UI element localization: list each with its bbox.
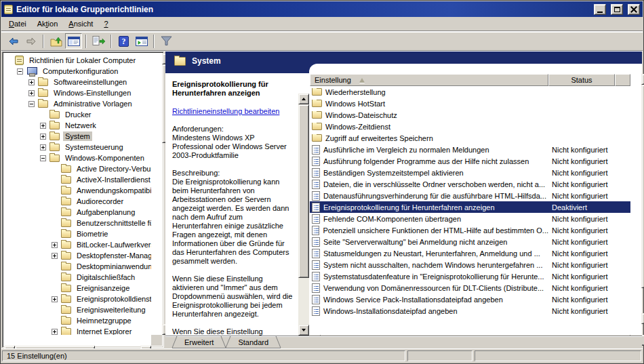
tree-item-label[interactable]: Administrative Vorlagen: [52, 99, 134, 108]
up-one-level-button[interactable]: [47, 33, 64, 49]
scroll-down-button[interactable]: [641, 313, 644, 324]
tree-item-label[interactable]: Systemsteuerung: [63, 142, 125, 152]
menu-item[interactable]: Aktion: [32, 18, 64, 30]
tree-item-label[interactable]: Windows-Einstellungen: [52, 88, 133, 98]
tree-item[interactable]: Windows-Komponenten: [4, 153, 151, 163]
tree-item-label[interactable]: Softwareeinstellungen: [52, 77, 129, 87]
list-row[interactable]: Wiederherstellung: [310, 86, 630, 98]
list-row[interactable]: Ereignisprotokollierung für Herunterfahr…: [310, 201, 630, 213]
tab[interactable]: Standard: [226, 336, 281, 348]
tree-item[interactable]: Systemsteuerung: [4, 142, 151, 153]
expand-toggle-icon[interactable]: [40, 123, 46, 129]
tree-item-label[interactable]: Active Directory-Verbun: [75, 164, 151, 174]
tree-item-label[interactable]: Audiorecorder: [75, 197, 125, 206]
expand-toggle-icon[interactable]: [40, 144, 46, 150]
tree-item-label[interactable]: BitLocker-Laufwerkverso: [75, 240, 151, 249]
tree-item-label[interactable]: Anwendungskompatibilit: [75, 186, 151, 195]
tree-item[interactable]: BitLocker-Laufwerkverso: [4, 239, 151, 250]
tree-item[interactable]: Ereignisprotokolldienst: [4, 294, 151, 304]
list-row[interactable]: Statusmeldungen zu Neustart, Herunterfah…: [310, 247, 630, 259]
tree-item-label[interactable]: Aufgabenplanung: [75, 207, 137, 217]
tab[interactable]: Erweitert: [172, 336, 226, 348]
list-row[interactable]: Zugriff auf erweitertes Speichern: [310, 132, 630, 144]
list-row[interactable]: Ausführliche im Vergleich zu normalen Me…: [310, 144, 630, 155]
tree-item[interactable]: Administrative Vorlagen: [4, 98, 151, 109]
column-header-status[interactable]: Status: [548, 74, 615, 86]
tree-item-label[interactable]: Heimnetzgruppe: [75, 316, 134, 325]
tree-item-label[interactable]: Desktopfenster-Manage: [75, 251, 151, 260]
tree-item[interactable]: Desktopfenster-Manage: [4, 250, 151, 261]
list-row[interactable]: Beständigen Systemzeitstempel aktivieren…: [310, 167, 630, 178]
tree-item[interactable]: Aufgabenplanung: [4, 207, 151, 218]
tree-item-label[interactable]: Ereignisanzeige: [75, 283, 132, 293]
scroll-down-button[interactable]: [298, 325, 309, 336]
scroll-up-button[interactable]: [298, 94, 309, 104]
tree-item-label[interactable]: Internet Explorer: [75, 327, 134, 335]
tree-item[interactable]: Richtlinien für Lokaler Computer: [4, 55, 151, 66]
edit-policy-link[interactable]: Richtlinieneinstellung bearbeiten: [172, 107, 279, 116]
list-row[interactable]: Systemstatusdatenfeature in "Ereignispro…: [310, 270, 630, 282]
list-row[interactable]: Datenausführungsverhinderung für die aus…: [310, 190, 630, 201]
tree-item[interactable]: Biometrie: [4, 228, 151, 239]
list-row[interactable]: Windows HotStart: [310, 98, 630, 109]
tree-item-label[interactable]: Desktopminianwendunge: [75, 262, 151, 271]
tree-item[interactable]: Audiorecorder: [4, 196, 151, 207]
list-row[interactable]: Windows Service Pack-Installationsdateip…: [310, 294, 630, 305]
tree-item-label[interactable]: System: [63, 132, 92, 141]
scrollbar-thumb[interactable]: [641, 85, 644, 288]
tree-item[interactable]: Ereignisweiterleitung: [4, 304, 151, 315]
list-row[interactable]: Ausführung folgender Programme aus der H…: [310, 155, 630, 167]
minimize-button[interactable]: [594, 4, 606, 15]
tree-item-label[interactable]: Drucker: [63, 110, 94, 119]
menu-item[interactable]: Ansicht: [63, 18, 98, 30]
tree-item[interactable]: Internet Explorer: [4, 326, 151, 335]
list-row[interactable]: System nicht ausschalten, nachdem Window…: [310, 259, 630, 270]
list-row[interactable]: Dateien, die in verschlüsselte Ordner ve…: [310, 178, 630, 190]
console-tree-toggle-button[interactable]: [65, 33, 82, 49]
show-policy-window-button[interactable]: [133, 33, 150, 49]
maximize-button[interactable]: [611, 4, 623, 15]
list-row[interactable]: Fehlende COM-Komponenten übertragen Nich…: [310, 213, 630, 224]
expand-toggle-icon[interactable]: [28, 101, 35, 107]
list-row[interactable]: Windows-Installationsdateipfad angeben N…: [310, 305, 630, 317]
tree-item[interactable]: Active Directory-Verbun: [4, 163, 151, 174]
tree-item[interactable]: Heimnetzgruppe: [4, 315, 151, 326]
list-row[interactable]: Windows-Zeitdienst: [310, 121, 630, 132]
tree-item[interactable]: Netzwerk: [4, 120, 151, 131]
list-row[interactable]: Seite "Serververwaltung" bei Anmeldung n…: [310, 236, 630, 247]
list-row[interactable]: Verwendung von Domänenressourcen für DLT…: [310, 282, 630, 294]
expand-toggle-icon[interactable]: [52, 242, 58, 248]
column-header-einstellung[interactable]: Einstellung: [310, 74, 548, 86]
tree-item[interactable]: Computerkonfiguration: [4, 66, 151, 77]
tree-item[interactable]: System: [4, 131, 151, 142]
expand-toggle-icon[interactable]: [52, 253, 58, 259]
tree-item-label[interactable]: Ereignisweiterleitung: [75, 305, 148, 315]
expand-toggle-icon[interactable]: [28, 79, 35, 85]
expand-toggle-icon[interactable]: [40, 155, 46, 161]
close-button[interactable]: [628, 4, 640, 15]
menu-item[interactable]: Datei: [3, 18, 32, 30]
tree-item-label[interactable]: Netzwerk: [63, 121, 98, 130]
menu-item[interactable]: ?: [98, 18, 113, 30]
expand-toggle-icon[interactable]: [28, 90, 35, 96]
tree-item-label[interactable]: Biometrie: [75, 229, 110, 239]
tree-item-label[interactable]: Computerkonfiguration: [41, 66, 120, 76]
export-list-button[interactable]: [90, 33, 107, 49]
help-button[interactable]: ?: [115, 33, 132, 49]
description-vertical-scrollbar[interactable]: [298, 94, 309, 336]
tree-item[interactable]: Softwareeinstellungen: [4, 77, 151, 87]
expand-toggle-icon[interactable]: [40, 134, 46, 140]
tree-item[interactable]: Drucker: [4, 109, 151, 120]
tree-item-label[interactable]: Windows-Komponenten: [63, 153, 146, 163]
scroll-up-button[interactable]: [641, 74, 644, 85]
tree-item[interactable]: Anwendungskompatibilit: [4, 185, 151, 196]
expand-toggle-icon[interactable]: [52, 329, 58, 335]
expand-toggle-icon[interactable]: [17, 68, 23, 75]
list-row[interactable]: Windows-Dateischutz: [310, 109, 630, 121]
tree-item-label[interactable]: Ereignisprotokolldienst: [75, 294, 151, 304]
expand-toggle-icon[interactable]: [52, 296, 58, 302]
tree-item-label[interactable]: ActiveX-Installerdienst: [75, 175, 151, 184]
tree-item-label[interactable]: Digitalschließfach: [75, 272, 137, 282]
tree-item[interactable]: Digitalschließfach: [4, 272, 151, 283]
tree-item-label[interactable]: Richtlinien für Lokaler Computer: [27, 56, 138, 65]
